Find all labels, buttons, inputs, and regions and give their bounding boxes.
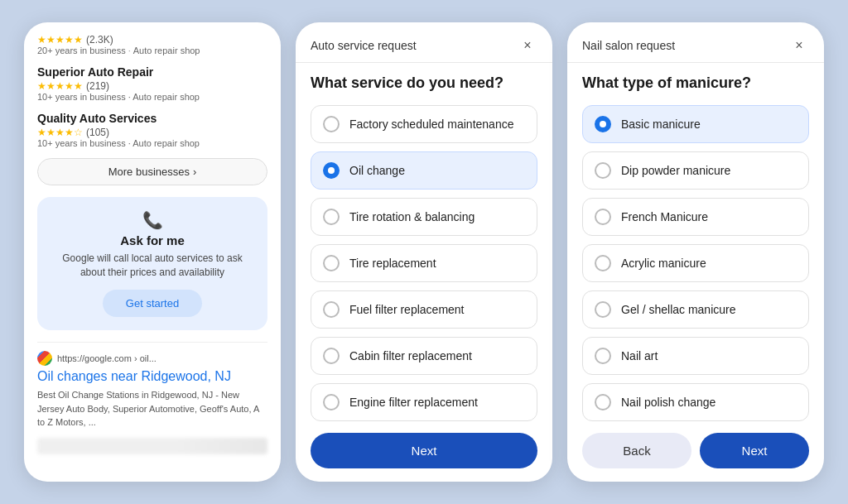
business-entry-1: Superior Auto Repair ★★★★★ (219) 10+ yea…	[37, 65, 267, 102]
chevron-right-icon: ›	[193, 166, 196, 178]
middle-panel: Auto service request × What service do y…	[296, 22, 552, 482]
right-radio-circle-3	[595, 255, 611, 271]
right-dialog-header: Nail salon request ×	[567, 22, 824, 63]
right-close-button[interactable]: ×	[789, 36, 809, 55]
result-snippet: Best Oil Change Stations in Ridgewood, N…	[37, 388, 267, 430]
top-sub: 20+ years in business·Auto repair shop	[37, 46, 267, 55]
top-business-entry: ★★★★★ (2.3K) 20+ years in business·Auto …	[37, 34, 267, 55]
rating-row-1: ★★★★★ (219)	[37, 80, 267, 92]
radio-circle-2	[323, 209, 340, 225]
top-reviews: (2.3K)	[86, 34, 113, 46]
middle-option-2[interactable]: Tire rotation & balancing	[311, 198, 537, 236]
result-link[interactable]: Oil changes near Ridgewood, NJ	[37, 368, 267, 386]
right-radio-circle-6	[595, 394, 611, 410]
right-option-label-4: Gel / shellac manicure	[621, 303, 736, 316]
left-content: ★★★★★ (2.3K) 20+ years in business·Auto …	[24, 22, 281, 482]
middle-dialog-header: Auto service request ×	[296, 22, 552, 63]
business-name-1: Superior Auto Repair	[37, 65, 267, 79]
right-option-3[interactable]: Acrylic manicure	[582, 244, 809, 282]
blurred-content	[37, 438, 267, 454]
sub-1: 10+ years in business · Auto repair shop	[37, 92, 267, 102]
stars-2: ★★★★☆	[37, 127, 83, 138]
stars-1: ★★★★★	[37, 80, 83, 92]
middle-option-1[interactable]: Oil change	[311, 151, 537, 190]
right-next-button[interactable]: Next	[700, 433, 809, 468]
get-started-button[interactable]: Get started	[103, 290, 202, 317]
ask-desc: Google will call local auto services to …	[49, 252, 256, 280]
right-option-1[interactable]: Dip powder manicure	[582, 151, 809, 190]
right-question: What type of manicure?	[582, 74, 809, 92]
middle-options-list: Factory scheduled maintenanceOil changeT…	[311, 105, 537, 421]
google-logo-icon	[37, 351, 52, 366]
google-source: https://google.com › oil...	[37, 351, 267, 366]
reviews-1: (219)	[86, 80, 109, 92]
business-name-2: Quality Auto Services	[37, 112, 267, 125]
middle-option-6[interactable]: Engine filter replacement	[311, 383, 537, 421]
ask-phone-icon: 📞	[49, 210, 256, 230]
right-option-4[interactable]: Gel / shellac manicure	[582, 290, 809, 329]
right-option-label-1: Dip powder manicure	[621, 164, 730, 177]
radio-circle-4	[323, 301, 340, 318]
right-option-5[interactable]: Nail art	[582, 337, 809, 375]
middle-close-button[interactable]: ×	[518, 36, 537, 55]
right-dialog-title: Nail salon request	[582, 39, 675, 52]
middle-option-4[interactable]: Fuel filter replacement	[311, 290, 537, 329]
middle-option-label-5: Cabin filter replacement	[349, 349, 472, 362]
right-option-label-2: French Manicure	[621, 210, 708, 223]
radio-circle-5	[323, 348, 340, 364]
right-dialog-body: What type of manicure? Basic manicureDip…	[567, 63, 824, 425]
right-option-label-6: Nail polish change	[621, 396, 716, 409]
ask-title: Ask for me	[49, 233, 256, 247]
middle-option-5[interactable]: Cabin filter replacement	[311, 337, 537, 375]
right-radio-circle-5	[595, 348, 611, 364]
ask-for-me-box: 📞 Ask for me Google will call local auto…	[37, 197, 267, 330]
middle-option-3[interactable]: Tire replacement	[311, 244, 537, 282]
right-option-2[interactable]: French Manicure	[582, 198, 809, 236]
top-stars: ★★★★★	[37, 34, 83, 46]
more-businesses-label: More businesses	[108, 166, 190, 178]
right-panel: Nail salon request × What type of manicu…	[567, 22, 824, 482]
left-panel: ★★★★★ (2.3K) 20+ years in business·Auto …	[24, 22, 281, 482]
middle-next-button[interactable]: Next	[311, 433, 537, 468]
right-radio-circle-0	[595, 116, 611, 132]
right-option-6[interactable]: Nail polish change	[582, 383, 809, 421]
right-radio-circle-4	[595, 301, 611, 318]
middle-option-label-2: Tire rotation & balancing	[349, 210, 475, 223]
sub-2: 10+ years in business · Auto repair shop	[37, 138, 267, 148]
right-radio-circle-1	[595, 162, 611, 179]
google-url: https://google.com › oil...	[57, 353, 157, 363]
middle-option-label-3: Tire replacement	[349, 257, 436, 270]
middle-option-0[interactable]: Factory scheduled maintenance	[311, 105, 537, 143]
middle-option-label-0: Factory scheduled maintenance	[349, 118, 513, 131]
right-option-0[interactable]: Basic manicure	[582, 105, 809, 143]
right-option-label-5: Nail art	[621, 349, 658, 362]
middle-option-label-1: Oil change	[349, 164, 405, 177]
right-option-label-3: Acrylic manicure	[621, 257, 706, 270]
radio-circle-1	[323, 162, 340, 179]
middle-dialog-title: Auto service request	[311, 39, 417, 52]
business-entry-2: Quality Auto Services ★★★★☆ (105) 10+ ye…	[37, 112, 267, 148]
top-rating-row: ★★★★★ (2.3K)	[37, 34, 267, 46]
middle-dialog-footer: Next	[296, 425, 552, 482]
radio-circle-6	[323, 394, 340, 410]
more-businesses-button[interactable]: More businesses ›	[37, 158, 267, 185]
right-back-button[interactable]: Back	[582, 433, 691, 468]
middle-option-label-4: Fuel filter replacement	[349, 303, 465, 316]
radio-circle-0	[323, 116, 340, 132]
middle-question: What service do you need?	[311, 74, 537, 92]
right-dialog-footer: Back Next	[567, 425, 824, 482]
reviews-2: (105)	[86, 127, 109, 138]
right-options-list: Basic manicureDip powder manicureFrench …	[582, 105, 809, 421]
panels-container: ★★★★★ (2.3K) 20+ years in business·Auto …	[0, 0, 848, 504]
middle-option-label-6: Engine filter replacement	[349, 396, 478, 409]
middle-dialog-body: What service do you need? Factory schedu…	[296, 63, 552, 425]
radio-circle-3	[323, 255, 340, 271]
rating-row-2: ★★★★☆ (105)	[37, 127, 267, 138]
google-result: https://google.com › oil... Oil changes …	[37, 342, 267, 454]
right-radio-circle-2	[595, 209, 611, 225]
right-option-label-0: Basic manicure	[621, 118, 701, 131]
